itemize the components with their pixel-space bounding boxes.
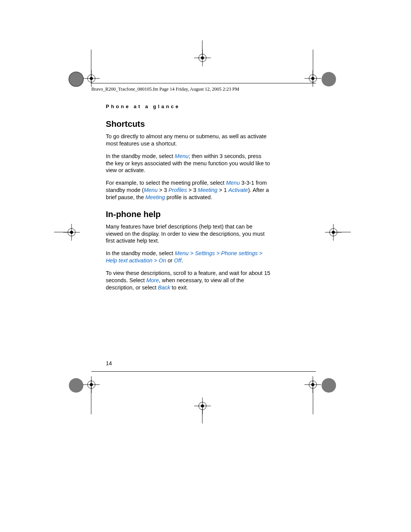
body-text: Many features have brief descriptions (h…: [106, 223, 270, 245]
menu-keyword: Menu: [226, 180, 240, 186]
page-number: 14: [106, 360, 112, 366]
path-keyword: Menu: [144, 187, 158, 193]
path-keyword: Profiles: [169, 187, 187, 193]
path-keyword: Help text activation: [106, 257, 153, 264]
page-content: Bravo_R200_Tracfone_080105.fm Page 14 Fr…: [91, 83, 316, 297]
path-keyword: On: [159, 257, 166, 264]
text-run: >: [187, 187, 193, 193]
top-rule: [91, 83, 316, 83]
text-run: or: [166, 257, 174, 264]
text-run: 3: [193, 187, 198, 193]
back-keyword: Back: [158, 284, 170, 291]
corner-ornament-bottom-right: [320, 376, 338, 395]
svg-point-2: [322, 72, 336, 86]
more-keyword: More: [146, 277, 159, 283]
text-run: >: [217, 187, 224, 193]
text-run: to exit.: [170, 284, 188, 291]
path-sep: >: [153, 257, 159, 264]
text-run: For example, to select the meeting profi…: [106, 180, 226, 186]
svg-point-3: [69, 378, 83, 393]
reg-mark-icon: [83, 376, 100, 393]
corner-ornament-top-right: [320, 70, 338, 88]
running-header: Phone at a glance: [106, 104, 270, 109]
bottom-rule: [91, 371, 316, 372]
reg-mark-icon: [325, 224, 342, 241]
text-run: 1: [224, 187, 228, 193]
path-keyword: Activate: [228, 187, 248, 193]
menu-keyword: Menu: [175, 153, 188, 159]
path-sep: >: [189, 250, 195, 256]
text-run: In the standby mode, select: [106, 250, 175, 256]
path-keyword: Phone settings: [221, 250, 258, 256]
crop-guide: [54, 232, 71, 232]
body-text: To view these descriptions, scroll to a …: [106, 270, 270, 291]
body-text: To go directly to almost any menu or sub…: [106, 133, 270, 147]
body-text: For example, to select the meeting profi…: [106, 179, 270, 201]
reg-mark-icon: [194, 398, 211, 414]
path-sep: >: [258, 250, 263, 256]
heading-in-phone-help: In-phone help: [106, 209, 270, 219]
path-keyword: Menu: [175, 250, 188, 256]
corner-ornament-top-left: [67, 70, 85, 88]
body-text: In the standby mode, select Menu > Setti…: [106, 250, 270, 264]
crop-guide: [334, 232, 351, 232]
heading-shortcuts: Shortcuts: [106, 119, 270, 129]
reg-mark-icon: [63, 224, 80, 241]
svg-point-4: [322, 378, 336, 393]
text-run: 3: [164, 187, 169, 193]
crop-guide: [91, 50, 91, 84]
body-text: In the standby mode, select Menu; then w…: [106, 153, 270, 174]
text-run: .: [182, 257, 183, 264]
text-run: profile is activated.: [165, 194, 212, 200]
path-keyword: Off: [174, 257, 181, 264]
text-run: In the standby mode, select: [106, 153, 175, 159]
text-run: >: [158, 187, 164, 193]
crop-guide: [91, 380, 91, 414]
crop-guide: [313, 50, 313, 84]
path-keyword: Meeting: [198, 187, 218, 193]
crop-guide: [202, 408, 202, 423]
crop-guide: [313, 380, 313, 414]
path-keyword: Settings: [195, 250, 215, 256]
crop-guide: [202, 40, 202, 56]
reg-mark-icon: [194, 50, 211, 66]
path-keyword: Meeting: [145, 194, 165, 200]
file-header-line: Bravo_R200_Tracfone_080105.fm Page 14 Fr…: [91, 86, 316, 104]
path-sep: >: [215, 250, 221, 256]
corner-ornament-bottom-left: [67, 376, 85, 395]
